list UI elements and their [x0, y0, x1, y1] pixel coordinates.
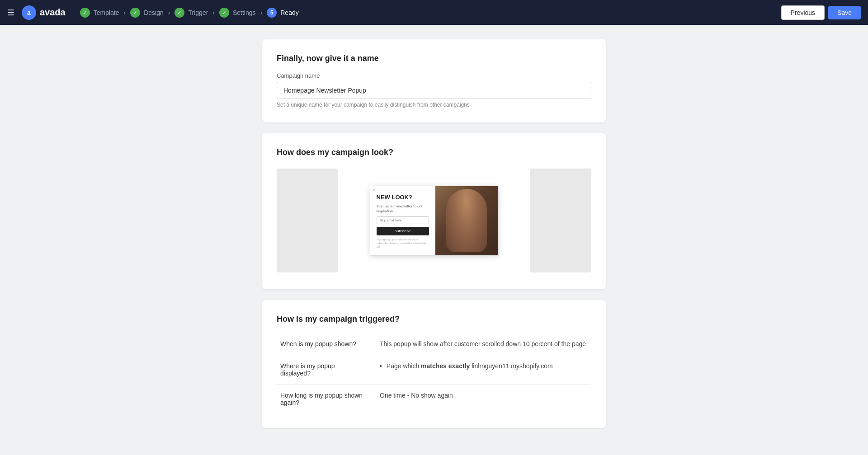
- popup-subtext: Sign up our newsletter to get inspiratio…: [377, 204, 429, 214]
- campaign-name-hint: Set a unique name for your campaign to e…: [277, 102, 591, 108]
- campaign-triggered-card: How is my campaign triggered? When is my…: [262, 300, 606, 428]
- step-check-settings: ✓: [219, 8, 229, 18]
- step-arrow-2: ›: [168, 9, 170, 16]
- popup-email-input[interactable]: [377, 216, 429, 224]
- logo-text: avada: [40, 7, 66, 18]
- popup-right-panel: [435, 186, 498, 255]
- step-arrow-1: ›: [124, 9, 126, 16]
- step-check-design: ✓: [130, 8, 140, 18]
- campaign-preview: × NEW LOOK? Sign up our newsletter to ge…: [277, 166, 591, 275]
- step-num-ready: 5: [267, 8, 277, 18]
- trigger-table: When is my popup shown? This popup will …: [277, 333, 591, 413]
- trigger-value-where-suffix: linhnguyen11.myshopify.com: [470, 362, 552, 370]
- popup-mockup: × NEW LOOK? Sign up our newsletter to ge…: [370, 186, 499, 256]
- trigger-label-where: Where is my popup displayed?: [277, 355, 376, 385]
- logo-icon: a: [22, 5, 36, 20]
- step-arrow-3: ›: [212, 9, 215, 16]
- save-button[interactable]: Save: [828, 6, 861, 19]
- step-settings[interactable]: ✓ Settings: [219, 8, 256, 18]
- table-row-where: Where is my popup displayed? • Page whic…: [277, 355, 591, 385]
- trigger-label-when: When is my popup shown?: [277, 333, 376, 355]
- popup-close-icon[interactable]: ×: [373, 188, 376, 193]
- step-check-template: ✓: [80, 8, 90, 18]
- preview-side-left: [277, 169, 338, 272]
- popup-disclaimer: *By signing up our newsletter you'll sub…: [377, 238, 429, 249]
- step-label-ready: Ready: [280, 9, 298, 16]
- trigger-value-when: This popup will show after customer scro…: [376, 333, 591, 355]
- trigger-value-where: • Page which matches exactly linhnguyen1…: [376, 355, 591, 385]
- step-label-trigger: Trigger: [188, 9, 208, 16]
- woman-image: [446, 189, 487, 252]
- step-arrow-4: ›: [260, 9, 263, 16]
- table-row-how-long: How long is my popup shown again? One ti…: [277, 385, 591, 414]
- topnav-actions: Previous Save: [781, 5, 861, 20]
- campaign-look-card: How does my campaign look? × NEW LOOK? S…: [262, 133, 606, 289]
- step-template[interactable]: ✓ Template: [80, 8, 119, 18]
- trigger-value-where-prefix: Page which: [387, 362, 421, 370]
- step-label-settings: Settings: [233, 9, 256, 16]
- app-logo: a avada: [22, 5, 66, 20]
- trigger-label-how-long: How long is my popup shown again?: [277, 385, 376, 414]
- popup-image: [435, 186, 498, 255]
- step-design[interactable]: ✓ Design: [130, 8, 164, 18]
- campaign-name-label: Campaign name: [277, 72, 591, 79]
- campaign-name-title: Finally, now give it a name: [277, 54, 591, 63]
- main-content: Finally, now give it a name Campaign nam…: [0, 25, 868, 442]
- preview-center: × NEW LOOK? Sign up our newsletter to ge…: [338, 181, 530, 260]
- bullet-icon: •: [380, 362, 382, 370]
- step-label-template: Template: [94, 9, 119, 16]
- campaign-name-card: Finally, now give it a name Campaign nam…: [262, 39, 606, 122]
- preview-side-right: [530, 169, 591, 272]
- trigger-value-where-bold: matches exactly: [421, 362, 470, 370]
- step-check-trigger: ✓: [175, 8, 184, 18]
- campaign-triggered-title: How is my campaign triggered?: [277, 314, 591, 324]
- breadcrumb-steps: ✓ Template › ✓ Design › ✓ Trigger › ✓ Se…: [80, 8, 776, 18]
- step-trigger[interactable]: ✓ Trigger: [175, 8, 208, 18]
- popup-left-panel: NEW LOOK? Sign up our newsletter to get …: [370, 186, 435, 255]
- popup-heading: NEW LOOK?: [377, 194, 429, 201]
- top-navigation: ☰ a avada ✓ Template › ✓ Design › ✓ Trig…: [0, 0, 868, 25]
- step-label-design: Design: [144, 9, 164, 16]
- hamburger-icon[interactable]: ☰: [7, 8, 14, 18]
- campaign-look-title: How does my campaign look?: [277, 148, 591, 157]
- table-row-when: When is my popup shown? This popup will …: [277, 333, 591, 355]
- trigger-value-how-long: One time - No show again: [376, 385, 591, 414]
- campaign-name-input[interactable]: [277, 82, 591, 99]
- popup-subscribe-button[interactable]: Subscribe: [377, 227, 429, 235]
- previous-button[interactable]: Previous: [781, 5, 825, 20]
- step-ready[interactable]: 5 Ready: [267, 8, 298, 18]
